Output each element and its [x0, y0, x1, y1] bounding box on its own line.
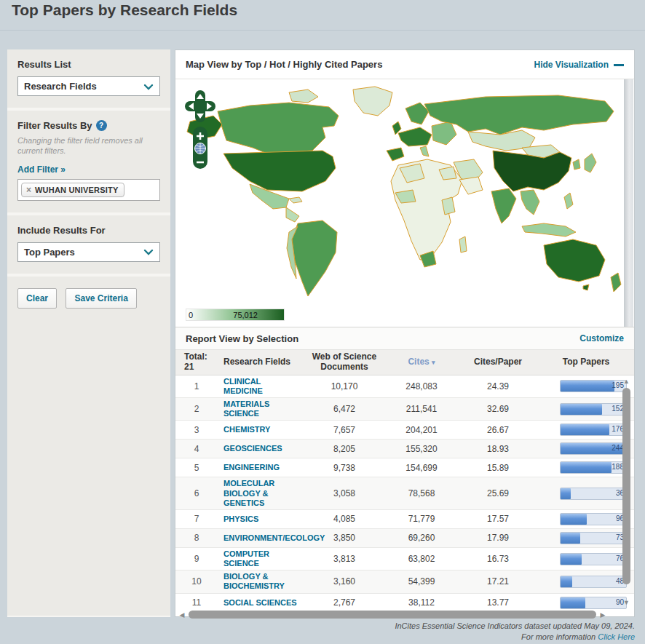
- vertical-scrollbar-thumb[interactable]: [622, 388, 630, 584]
- top-papers-bar: 76: [560, 553, 627, 565]
- cites-value: 54,399: [385, 576, 458, 587]
- top-papers-bar-fill: [561, 554, 582, 565]
- row-rank: 9: [175, 554, 218, 564]
- region-japan: [585, 154, 596, 172]
- table-row: 7 PHYSICS 4,085 71,779 17.57 96: [175, 510, 634, 529]
- row-rank: 8: [175, 533, 218, 543]
- top-papers-bar: 195: [560, 380, 627, 392]
- map-area: 0 75,012: [175, 79, 634, 327]
- map-controls[interactable]: [185, 90, 217, 172]
- legend-max: 75,012: [233, 311, 258, 319]
- column-header-top-papers[interactable]: Top Papers: [538, 355, 634, 370]
- research-field-link[interactable]: MATERIALS SCIENCE: [218, 399, 299, 418]
- research-field-link[interactable]: ENVIRONMENT/ECOLOGY: [218, 533, 299, 543]
- region-madagascar: [459, 236, 467, 253]
- top-papers-bar: 152: [560, 403, 627, 416]
- research-field-link[interactable]: PHYSICS: [218, 514, 299, 524]
- column-header-research-fields[interactable]: Research Fields: [218, 355, 304, 370]
- cites-value: 69,260: [385, 533, 458, 543]
- region-arabia: [459, 177, 483, 194]
- help-icon[interactable]: ?: [96, 120, 107, 131]
- region-korea: [573, 159, 580, 170]
- research-field-link[interactable]: SOCIAL SCIENCES: [218, 598, 299, 608]
- customize-link[interactable]: Customize: [579, 333, 624, 343]
- scroll-right-icon[interactable]: ▶: [598, 611, 607, 619]
- research-field-link[interactable]: ENGINEERING: [218, 463, 299, 472]
- top-papers-bar-fill: [561, 514, 587, 525]
- scroll-left-icon[interactable]: ◀: [178, 611, 186, 619]
- table-body: 1 CLINICAL MEDICINE 10,170 248,083 24.39…: [175, 375, 634, 609]
- table-row: 9 COMPUTER SCIENCE 3,813 63,802 16.73 76: [175, 548, 634, 571]
- horizontal-scrollbar-thumb[interactable]: [189, 611, 596, 619]
- wos-documents-value: 8,205: [304, 444, 385, 454]
- research-field-link[interactable]: CLINICAL MEDICINE: [218, 377, 299, 396]
- scroll-down-icon[interactable]: ▼: [621, 597, 632, 608]
- cites-per-paper-value: 25.69: [458, 488, 538, 498]
- top-papers-bar-fill: [561, 381, 614, 391]
- main-panel: Map View by Top / Hot / Highly Cited Pap…: [175, 49, 635, 617]
- click-here-link[interactable]: Click Here: [598, 632, 635, 641]
- wos-documents-value: 6,472: [304, 404, 385, 414]
- cites-value: 211,541: [385, 404, 458, 414]
- cites-per-paper-value: 24.39: [458, 381, 538, 391]
- top-papers-bar: 96: [560, 513, 627, 525]
- footer: InCites Essential Science Indicators dat…: [395, 621, 635, 643]
- top-papers-bar-fill: [561, 462, 612, 473]
- wos-documents-value: 2,767: [304, 597, 385, 608]
- results-list-label: Results List: [17, 59, 160, 70]
- include-results-section: Include Results For Top Papers: [7, 215, 170, 274]
- filter-box: × WUHAN UNIVERSITY: [17, 179, 160, 201]
- region-usa: [223, 151, 336, 191]
- filter-note: Changing the filter field removes all cu…: [17, 135, 160, 156]
- research-field-link[interactable]: BIOLOGY & BIOCHEMISTRY: [218, 572, 299, 591]
- research-field-link[interactable]: COMPUTER SCIENCE: [218, 549, 299, 568]
- clear-button[interactable]: Clear: [17, 288, 57, 309]
- row-rank: 7: [175, 514, 218, 524]
- research-field-link[interactable]: MOLECULAR BIOLOGY & GENETICS: [218, 479, 299, 508]
- footer-info-line: For more information Click Here: [395, 632, 635, 643]
- research-field-link[interactable]: GEOSCIENCES: [218, 444, 299, 453]
- region-india: [491, 188, 516, 223]
- results-list-dropdown[interactable]: Research Fields: [17, 76, 160, 96]
- column-header-cites-per-paper[interactable]: Cites/Paper: [458, 355, 538, 370]
- include-results-dropdown[interactable]: Top Papers: [17, 242, 160, 262]
- hide-visualization-link[interactable]: Hide Visualization: [534, 60, 624, 70]
- column-header-cites[interactable]: Cites ▾: [385, 355, 458, 370]
- filter-tag-label: WUHAN UNIVERSITY: [35, 186, 118, 194]
- top-papers-cell: 48: [538, 576, 634, 588]
- wos-documents-value: 3,058: [304, 488, 385, 498]
- wos-documents-value: 3,160: [304, 576, 385, 587]
- horizontal-scrollbar[interactable]: ◀ ▶: [175, 609, 634, 621]
- region-china: [493, 151, 571, 191]
- remove-filter-icon[interactable]: ×: [26, 185, 31, 195]
- cites-per-paper-value: 17.21: [458, 576, 538, 587]
- filter-tag[interactable]: × WUHAN UNIVERSITY: [21, 183, 124, 197]
- table-row: 5 ENGINEERING 9,738 154,699 15.89 188: [175, 458, 634, 477]
- title-divider: [0, 30, 645, 31]
- cites-value: 155,320: [385, 444, 458, 454]
- add-filter-link[interactable]: Add Filter »: [17, 164, 66, 175]
- region-new-zealand: [611, 273, 621, 292]
- row-rank: 6: [175, 488, 218, 498]
- cites-value: 71,779: [385, 514, 458, 524]
- top-papers-cell: 195: [538, 380, 634, 392]
- top-papers-bar-fill: [561, 597, 585, 608]
- region-tasmania: [583, 285, 589, 290]
- scroll-up-icon[interactable]: ▲: [621, 376, 632, 386]
- footer-dataset-note: InCites Essential Science Indicators dat…: [395, 621, 635, 632]
- row-rank: 3: [175, 425, 218, 435]
- region-iberia: [387, 148, 404, 161]
- world-map[interactable]: [180, 84, 625, 302]
- cites-value: 204,201: [385, 425, 458, 435]
- vertical-scrollbar[interactable]: ▲ ▼: [621, 376, 632, 608]
- save-criteria-button[interactable]: Save Criteria: [66, 288, 136, 309]
- cites-value: 63,802: [385, 554, 458, 564]
- top-papers-cell: 244: [538, 442, 634, 455]
- column-header-wos-documents[interactable]: Web of Science Documents: [304, 350, 385, 375]
- map-scrollbar-track[interactable]: [624, 79, 633, 327]
- research-field-link[interactable]: CHEMISTRY: [218, 425, 299, 434]
- region-western-europe: [398, 127, 432, 146]
- chevron-down-icon: [143, 80, 154, 93]
- results-list-value: Research Fields: [24, 81, 97, 92]
- wos-documents-value: 10,170: [304, 381, 385, 391]
